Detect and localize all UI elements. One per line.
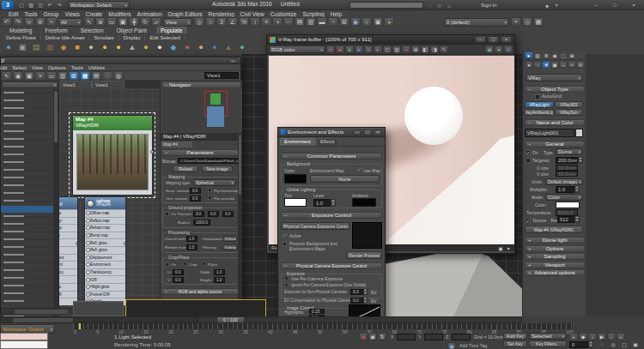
rollout-common-parameters[interactable]: Common Parameters — [281, 153, 382, 159]
rollout-header[interactable]: Viewport — [525, 262, 585, 268]
add-time-tag[interactable]: Add Time Tag — [459, 344, 487, 348]
radius-field[interactable]: 1000.0 — [193, 220, 210, 226]
rollout-rgb-alpha[interactable]: RGB and alpha source — [161, 288, 239, 295]
vrayies-button[interactable]: VRayIES — [555, 101, 583, 108]
vraysun-button[interactable]: VRaySun — [555, 109, 583, 116]
sphere-material-node[interactable]: sphereVRayMtl Diffuse mapReflect mapRefr… — [84, 196, 126, 310]
time-slider-handle[interactable]: 0 / 100 — [216, 316, 245, 323]
menu-item[interactable]: Edit — [9, 11, 18, 17]
display-correction-icon[interactable]: ● — [495, 45, 503, 53]
auto-key-button[interactable]: Auto Key — [503, 333, 527, 340]
home-icon[interactable]: ⌂ — [445, 2, 453, 9]
rollout-general[interactable]: General — [525, 141, 585, 147]
menu-item[interactable]: Modifiers — [108, 11, 131, 17]
ribbon-tool-icon[interactable]: ● — [100, 43, 110, 52]
material-slot[interactable]: Fresnel IOR — [59, 291, 77, 298]
width-field[interactable]: 1.0 — [214, 269, 225, 275]
mirror-icon[interactable]: ◑ — [272, 17, 283, 27]
ribbon-subtab[interactable]: Define Idle Areas — [41, 35, 90, 40]
ribbon-tool-icon[interactable]: ■ — [72, 43, 82, 52]
communication-center-icon[interactable]: ◈ — [543, 2, 551, 9]
vert-rotation-field[interactable]: 0.0 — [190, 196, 201, 202]
maximize-button[interactable]: □ — [606, 1, 623, 9]
menu-item[interactable]: Utilities — [88, 65, 105, 70]
ribbon-subtab[interactable]: Define Flows — [2, 35, 41, 40]
sme-zoom-tool-icon[interactable]: ◌ — [102, 71, 112, 81]
layer-dropdown[interactable]: 0 (default) — [444, 18, 509, 27]
select-and-move-icon[interactable]: ╋ — [129, 17, 139, 27]
process-background-checkbox[interactable] — [283, 242, 287, 246]
exposure-control-dropdown[interactable]: Physical Camera Exposure Control — [281, 222, 349, 230]
sme-show-background-icon[interactable]: ▦ — [80, 71, 90, 81]
ribbon-tool-icon[interactable]: ◆ — [58, 43, 69, 52]
browser-search-dropdown[interactable] — [2, 81, 58, 88]
reload-button[interactable]: Reload — [173, 165, 198, 172]
tint-swatch[interactable] — [284, 198, 307, 207]
material-slot[interactable]: Displacement — [85, 254, 125, 262]
object-name-field[interactable]: VRayLight001 — [525, 129, 574, 137]
systems-icon[interactable]: ⊚ — [576, 61, 585, 69]
material-slot[interactable]: Translucency — [85, 268, 125, 276]
sme-delete-selected-icon[interactable]: × — [35, 71, 46, 81]
units-dropdown[interactable]: Default (image) — [545, 178, 583, 185]
material-slot[interactable]: Fresnel IOR — [85, 291, 125, 298]
ribbon-tab[interactable]: Object Paint — [114, 27, 149, 33]
save-image-icon[interactable]: ◫ — [383, 45, 392, 53]
target-distance-field[interactable]: 200.0mm — [556, 157, 578, 164]
toggle-scene-explorer-icon[interactable]: ▤ — [295, 17, 305, 27]
current-frame-spinner[interactable] — [588, 341, 593, 348]
sign-in-button[interactable]: Sign In — [481, 3, 497, 8]
browser-selected-item[interactable] — [1, 206, 53, 213]
render-preview-button[interactable]: Render Preview — [346, 251, 382, 259]
maxscript-macro-recorder[interactable] — [0, 333, 48, 340]
menu-item[interactable]: Tools — [24, 11, 37, 17]
track-mouse-icon[interactable]: ↖ — [440, 45, 448, 53]
wall-output-connector[interactable] — [76, 242, 78, 245]
params-scrollbar[interactable] — [238, 133, 242, 316]
align-icon[interactable]: ⇔ — [283, 17, 294, 27]
rollout-header[interactable]: Options — [525, 245, 585, 252]
sme-hide-unused-nodeslots-icon[interactable]: ▥ — [58, 71, 68, 81]
rollout-header[interactable]: Dome light — [525, 237, 585, 244]
object-color-swatch[interactable] — [575, 129, 583, 137]
material-slot[interactable]: IOR — [59, 275, 77, 283]
ribbon-tool-icon[interactable]: ● — [86, 43, 96, 52]
close-button[interactable]: × — [374, 129, 382, 135]
vfb-region-render-icon[interactable]: ▭ — [326, 45, 335, 53]
rollout-object-type[interactable]: Object Type — [525, 86, 585, 93]
set-key-button[interactable]: Set Key — [503, 340, 527, 347]
sphere-output-connector[interactable] — [124, 242, 126, 245]
ambient-swatch[interactable] — [352, 198, 376, 207]
ribbon-tool-icon[interactable]: ● — [182, 43, 192, 52]
sme-show-grid-icon[interactable]: ⊞ — [69, 71, 79, 81]
ribbon-tab[interactable]: Populate — [157, 27, 186, 33]
sme-assign-to-selection-icon[interactable]: ▣ — [24, 71, 34, 81]
texture-res-spinner[interactable] — [574, 216, 580, 223]
time-slider-track[interactable] — [197, 316, 522, 323]
material-slot[interactable]: Displacement — [59, 254, 77, 262]
zoom-all-icon[interactable]: ◎ — [608, 340, 618, 348]
use-pivot-center-icon[interactable]: ◎ — [194, 17, 204, 27]
menu-item[interactable]: Select — [12, 65, 27, 70]
tab-environment[interactable]: Environment — [280, 138, 315, 146]
previous-frame-icon[interactable]: ‹ — [588, 333, 597, 340]
favorites-icon[interactable]: ☆ — [435, 2, 444, 9]
workspace-dropdown[interactable]: Workspace: Default — [68, 1, 130, 9]
light-on-checkbox[interactable] — [526, 150, 531, 155]
space-warps-icon[interactable]: ≈ — [568, 61, 576, 69]
select-children-icon[interactable]: ▦ — [533, 17, 544, 27]
vrayhdri-map-node[interactable]: Map #4 VRayHDRI — [72, 115, 153, 196]
current-frame-field[interactable]: 0 — [569, 341, 588, 348]
geometry-icon[interactable]: ● — [525, 61, 533, 69]
go-to-end-icon[interactable]: » — [617, 333, 625, 340]
texture-map-button[interactable]: Map #4 (VRayHDRI) — [525, 226, 583, 233]
unlink-selection-icon[interactable]: ⊘ — [35, 17, 46, 27]
menu-item[interactable]: Customize — [270, 11, 297, 17]
targeted-checkbox[interactable] — [526, 158, 531, 163]
material-slot[interactable]: Refract map — [85, 224, 125, 232]
x-coordinate-field[interactable] — [397, 334, 416, 340]
texture-res-field[interactable]: 512 — [557, 216, 574, 223]
vsize-field[interactable]: 10.0mm — [556, 171, 578, 177]
material-slot[interactable]: Refract map — [59, 224, 77, 232]
map-output-connector[interactable] — [150, 150, 154, 153]
